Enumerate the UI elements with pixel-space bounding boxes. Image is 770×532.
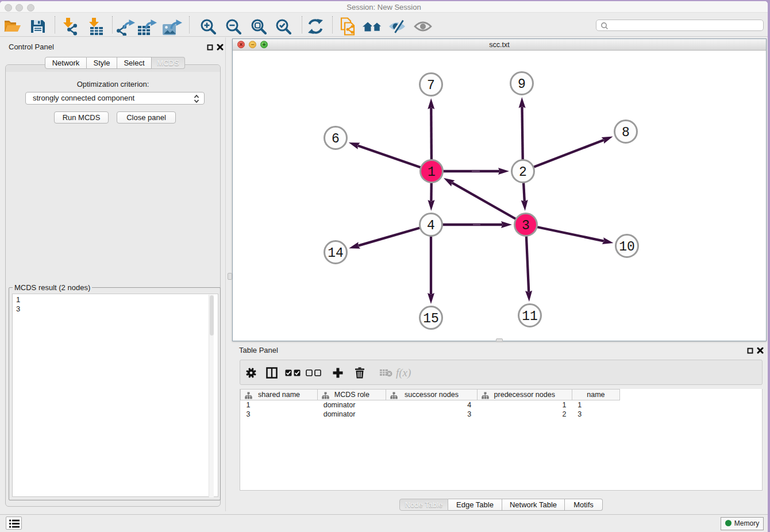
svg-text:14: 14 xyxy=(328,246,344,261)
svg-text:3: 3 xyxy=(522,218,530,233)
svg-text:8: 8 xyxy=(622,125,630,140)
svg-text:9: 9 xyxy=(518,77,526,92)
svg-text:15: 15 xyxy=(423,311,439,326)
svg-text:11: 11 xyxy=(522,309,538,324)
svg-text:7: 7 xyxy=(427,78,435,93)
svg-text:6: 6 xyxy=(332,132,340,147)
svg-text:2: 2 xyxy=(519,165,527,180)
svg-text:10: 10 xyxy=(619,240,635,255)
svg-text:1: 1 xyxy=(428,165,436,180)
svg-text:4: 4 xyxy=(427,218,435,233)
